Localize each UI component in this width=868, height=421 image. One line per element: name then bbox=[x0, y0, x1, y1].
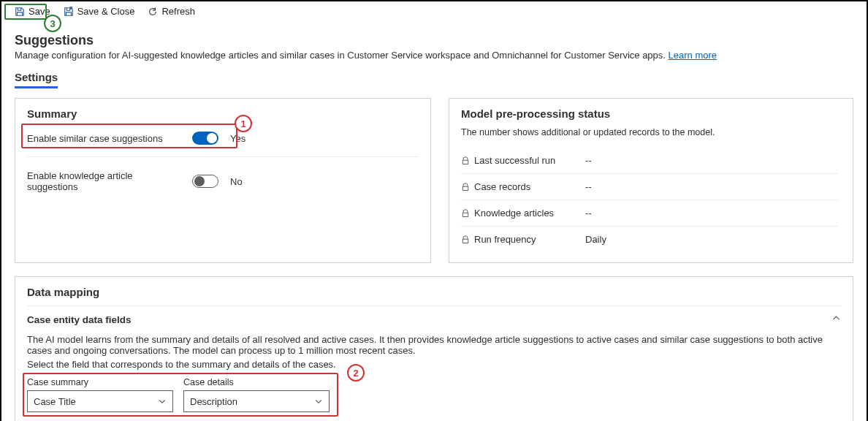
data-mapping-panel: Data mapping Case entity data fields The… bbox=[15, 276, 853, 421]
case-entity-desc-1: The AI model learns from the summary and… bbox=[27, 334, 841, 356]
status-label-text: Knowledge articles bbox=[474, 208, 554, 219]
case-details-field: Case details Description bbox=[183, 377, 330, 412]
save-close-button[interactable]: Save & Close bbox=[64, 6, 135, 17]
chevron-up-icon bbox=[831, 314, 841, 325]
status-row-knowledge-articles: Knowledge articles -- bbox=[461, 200, 838, 227]
knowledge-articles-state: No bbox=[230, 176, 243, 187]
case-entity-body: The AI model learns from the summary and… bbox=[27, 334, 841, 412]
case-summary-field: Case summary Case Title bbox=[27, 377, 173, 412]
similar-cases-toggle[interactable] bbox=[192, 132, 218, 145]
case-summary-value: Case Title bbox=[34, 396, 76, 407]
refresh-button[interactable]: Refresh bbox=[148, 6, 195, 17]
learn-more-link[interactable]: Learn more bbox=[669, 50, 717, 61]
case-summary-select[interactable]: Case Title bbox=[27, 390, 173, 412]
knowledge-articles-label: Enable knowledge article suggestions bbox=[27, 170, 180, 192]
page-title: Suggestions bbox=[15, 33, 853, 48]
case-entity-header[interactable]: Case entity data fields bbox=[27, 306, 841, 331]
summary-card: Summary Enable similar case suggestions … bbox=[15, 98, 431, 263]
page-subtitle-text: Manage configuration for AI-suggested kn… bbox=[15, 50, 666, 61]
save-button[interactable]: Save bbox=[15, 6, 50, 17]
similar-cases-row: Enable similar case suggestions Yes bbox=[27, 127, 419, 149]
refresh-label: Refresh bbox=[161, 6, 195, 17]
case-details-select[interactable]: Description bbox=[183, 390, 330, 412]
chevron-down-icon bbox=[158, 397, 167, 406]
data-mapping-heading: Data mapping bbox=[27, 286, 841, 298]
similar-cases-state: Yes bbox=[230, 133, 245, 144]
case-entity-title: Case entity data fields bbox=[27, 314, 132, 325]
status-row-case-records: Case records -- bbox=[461, 174, 838, 200]
save-close-icon bbox=[64, 7, 74, 17]
status-value: -- bbox=[585, 181, 592, 192]
status-value: Daily bbox=[585, 234, 606, 245]
lock-icon bbox=[461, 235, 470, 244]
save-close-label: Save & Close bbox=[77, 6, 135, 17]
status-card: Model pre-processing status The number s… bbox=[449, 98, 853, 263]
status-value: -- bbox=[585, 208, 592, 219]
tab-settings[interactable]: Settings bbox=[15, 71, 58, 88]
case-entity-desc-2: Select the field that corresponds to the… bbox=[27, 359, 841, 370]
status-heading: Model pre-processing status bbox=[461, 107, 838, 120]
refresh-icon bbox=[148, 7, 158, 17]
knowledge-articles-row: Enable knowledge article suggestions No bbox=[27, 156, 419, 197]
tabs: Settings bbox=[15, 71, 853, 88]
lock-icon bbox=[461, 183, 470, 191]
status-value: -- bbox=[585, 155, 592, 166]
status-label-text: Case records bbox=[474, 181, 530, 192]
case-summary-label: Case summary bbox=[27, 377, 173, 387]
status-row-last-run: Last successful run -- bbox=[461, 148, 838, 174]
status-sub: The number shows additional or updated r… bbox=[461, 127, 838, 137]
case-details-value: Description bbox=[190, 396, 237, 407]
command-bar: Save Save & Close Refresh bbox=[15, 6, 853, 20]
save-label: Save bbox=[28, 6, 50, 17]
lock-icon bbox=[461, 209, 470, 218]
similar-cases-label: Enable similar case suggestions bbox=[27, 133, 180, 144]
page-subtitle: Manage configuration for AI-suggested kn… bbox=[15, 50, 853, 61]
knowledge-articles-toggle[interactable] bbox=[192, 175, 218, 188]
lock-icon bbox=[461, 156, 470, 165]
status-row-run-frequency: Run frequency Daily bbox=[461, 227, 838, 252]
summary-heading: Summary bbox=[27, 107, 419, 120]
status-label-text: Last successful run bbox=[474, 155, 555, 166]
save-icon bbox=[15, 7, 25, 17]
case-details-label: Case details bbox=[183, 377, 330, 387]
status-label-text: Run frequency bbox=[474, 234, 536, 245]
chevron-down-icon bbox=[314, 397, 323, 406]
